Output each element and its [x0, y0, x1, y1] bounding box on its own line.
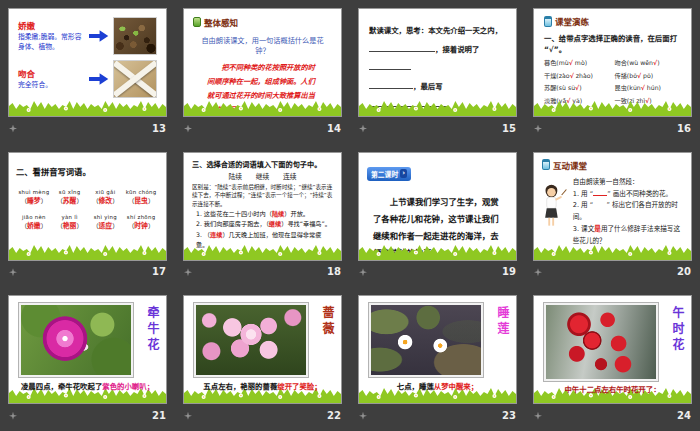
pinyin-writing-list: shuì mèng（睡梦） sū xǐng（苏醒） xiū gǎi（修改） kū…: [16, 189, 159, 230]
slide-thumbnail-23[interactable]: 睡莲 七点，睡莲从梦中醒来；: [358, 295, 517, 404]
slide-number: 20: [677, 267, 691, 277]
pinyin-choice-item: 暮色(mù√ mò): [544, 58, 611, 67]
animation-indicator-icon: [534, 268, 542, 276]
pinyin-choice-item: 吻合(wù wěn√): [615, 58, 682, 67]
task-item-1: 1. 用 “” 画出不同种类的花。: [573, 189, 683, 201]
slide-number: 14: [327, 124, 341, 134]
red-underline-mark: [593, 190, 607, 196]
pinyin-writing-item: yàn lì（艳丽）: [52, 214, 88, 230]
section-title: 互动课堂: [553, 159, 587, 171]
bottle-icon: [544, 16, 552, 27]
answer-blank: [369, 45, 435, 52]
flower-caption: 七点，睡莲从梦中醒来；: [359, 380, 516, 391]
seedling-photo: [113, 17, 157, 55]
animation-indicator-icon: [534, 125, 542, 133]
slide-number: 16: [677, 124, 691, 134]
slide-cell-23: 睡莲 七点，睡莲从梦中醒来； 23: [350, 287, 525, 431]
slide-number: 22: [327, 411, 341, 421]
animation-indicator-icon: [184, 125, 192, 133]
crossed-pieces-photo: [113, 60, 157, 98]
slide-thumbnail-18[interactable]: 三、选择合适的词语填入下面的句子中。 陆续 继续 连续 区别是：“陆续”表示前后…: [183, 152, 342, 261]
pinyin-writing-item: shuì mèng（睡梦）: [16, 189, 52, 205]
vocab-row: 吻合 完全符合。: [18, 60, 157, 98]
grass-decoration: [534, 99, 691, 116]
slide-thumbnail-21[interactable]: 牵牛花 凌晨四点，牵牛花吹起了紫色的小喇叭；: [8, 295, 167, 404]
flower-caption: 凌晨四点，牵牛花吹起了紫色的小喇叭；: [9, 380, 166, 391]
noon-flower-photo: [544, 303, 658, 381]
animation-indicator-icon: [359, 125, 367, 133]
arrow-right-icon: [89, 30, 108, 42]
water-lily-photo: [369, 303, 483, 377]
slide-cell-22: 蔷薇 五点左右，艳丽的蔷薇绽开了笑脸； 22: [175, 287, 350, 431]
slide-thumbnail-16[interactable]: 课堂演练 一、给带点字选择正确的读音，在后面打 “√”。 暮色(mù√ mò) …: [533, 8, 692, 117]
pinyin-choice-item: 干燥(zào√ zhào): [544, 71, 611, 80]
slide-cell-18: 三、选择合适的词语填入下面的句子中。 陆续 继续 连续 区别是：“陆续”表示前后…: [175, 144, 350, 288]
slide-cell-20: 互动课堂 自由朗读第一自然段： 1. 用 “” 画出不同种类的花。: [525, 144, 700, 288]
pinyin-choice-item: 苏醒(sù sū√): [544, 83, 611, 92]
slide-number: 24: [677, 411, 691, 421]
slide-number: 17: [152, 267, 166, 277]
fill-blank-text: ，最后写: [413, 82, 443, 91]
grass-decoration: [9, 243, 166, 260]
usage-explanation: 区别是：“陆续”表示前后相继，时断时续；“继续”表示连续下去，不中断过程；“连续…: [192, 183, 333, 209]
slide-thumbnail-24[interactable]: 午时花 中午十二点左右午时花开了：: [533, 295, 692, 404]
animation-indicator-icon: [184, 268, 192, 276]
badge-arrow-icon: ›: [400, 169, 407, 177]
slide-cell-21: 牵牛花 凌晨四点，牵牛花吹起了紫色的小喇叭； 21: [0, 287, 175, 431]
vocab-row: 娇嫩 指柔嫩;脆弱。常形容身体、植物。: [18, 17, 157, 55]
vocab-definition: 指柔嫩;脆弱。常形容身体、植物。: [18, 33, 85, 53]
slide-thumbnail-13[interactable]: 娇嫩 指柔嫩;脆弱。常形容身体、植物。 吻合 完全符合。: [8, 8, 167, 117]
task-item-2: 2. 用 “ ” 标出它们各自开放的时间。: [573, 200, 683, 224]
animation-indicator-icon: [359, 268, 367, 276]
slide-sorter-grid: 娇嫩 指柔嫩;脆弱。常形容身体、植物。 吻合 完全符合。 13: [0, 0, 700, 431]
pinyin-writing-item: xiū gǎi（修改）: [88, 189, 124, 205]
flower-name-label: 蔷薇: [319, 306, 336, 338]
slide-thumbnail-15[interactable]: 默读课文，思考：本文先介绍一天之内， ，接着说明了 ，最后写 ”: [358, 8, 517, 117]
slide-thumbnail-14[interactable]: 整体感知 自由朗读课文，用一句话概括什么是花钟？ 把不同种类的花按照开放的时间顺…: [183, 8, 342, 117]
pinyin-writing-item: jiāo nèn（娇嫩）: [16, 214, 52, 230]
grass-decoration: [184, 99, 341, 116]
arrow-right-icon: [89, 73, 108, 85]
grass-decoration: [534, 243, 691, 260]
exercise-title: 二、看拼音写词语。: [16, 165, 159, 177]
notebook-icon: [193, 17, 201, 27]
answer-blank: [369, 63, 411, 70]
flower-name-label: 午时花: [669, 306, 686, 354]
lesson-part-badge: 第二课时›: [367, 167, 411, 181]
slide-cell-13: 娇嫩 指柔嫩;脆弱。常形容身体、植物。 吻合 完全符合。 13: [0, 0, 175, 144]
slide-thumbnail-17[interactable]: 二、看拼音写词语。 shuì mèng（睡梦） sū xǐng（苏醒） xiū …: [8, 152, 167, 261]
grass-decoration: [184, 243, 341, 260]
fill-blank-text: ，接着说明了: [435, 45, 479, 54]
vocab-term: 娇嫩: [18, 19, 85, 31]
pinyin-choice-item: 传播(bō√ pō): [615, 71, 682, 80]
pinyin-writing-item: sū xǐng（苏醒）: [52, 189, 88, 205]
slide-thumbnail-22[interactable]: 蔷薇 五点左右，艳丽的蔷薇绽开了笑脸；: [183, 295, 342, 404]
grass-decoration: [359, 99, 516, 116]
pinyin-choice-item: 昆虫(kūn√ hún): [615, 83, 682, 92]
pinyin-writing-item: shì yìng（适应）: [88, 214, 124, 230]
section-title: 课堂演练: [555, 15, 589, 27]
slide-thumbnail-19[interactable]: 第二课时› 上节课我们学习了生字，观赏了各种花儿和花钟，这节课让我们继续和作者一…: [358, 152, 517, 261]
slide-thumbnail-20[interactable]: 互动课堂 自由朗读第一自然段： 1. 用 “” 画出不同种类的花。: [533, 152, 692, 261]
reading-question: 自由朗读课文，用一句话概括什么是花钟？: [195, 35, 330, 55]
animation-indicator-icon: [359, 412, 367, 420]
slide-cell-15: 默读课文，思考：本文先介绍一天之内， ，接着说明了 ，最后写 ” 15: [350, 0, 525, 144]
fill-blank-text: 默读课文，思考：本文先介绍一天之内，: [369, 26, 502, 35]
word-bank: 陆续 继续 连续: [192, 171, 333, 181]
vocab-definition: 完全符合。: [18, 81, 85, 91]
fill-sentence: 1. 这些花在二十四小时内（陆续）开放。: [196, 209, 333, 220]
slide-cell-24: 午时花 中午十二点左右午时花开了： 24: [525, 287, 700, 431]
slide-number: 23: [502, 411, 516, 421]
animation-indicator-icon: [184, 412, 192, 420]
animation-indicator-icon: [534, 412, 542, 420]
exercise-title: 三、选择合适的词语填入下面的句子中。: [192, 159, 333, 169]
emphasized-char: 是: [594, 225, 601, 233]
slide-number: 18: [327, 267, 341, 277]
animation-indicator-icon: [9, 125, 17, 133]
grass-decoration: [9, 99, 166, 116]
reading-task-intro: 自由朗读第一自然段：: [573, 177, 683, 189]
pinyin-writing-item: shí zhōng（时钟）: [123, 214, 159, 230]
slide-cell-16: 课堂演练 一、给带点字选择正确的读音，在后面打 “√”。 暮色(mù√ mò) …: [525, 0, 700, 144]
flower-name-label: 睡莲: [494, 306, 511, 338]
exercise-instruction: 一、给带点字选择正确的读音，在后面打 “√”。: [544, 32, 681, 54]
